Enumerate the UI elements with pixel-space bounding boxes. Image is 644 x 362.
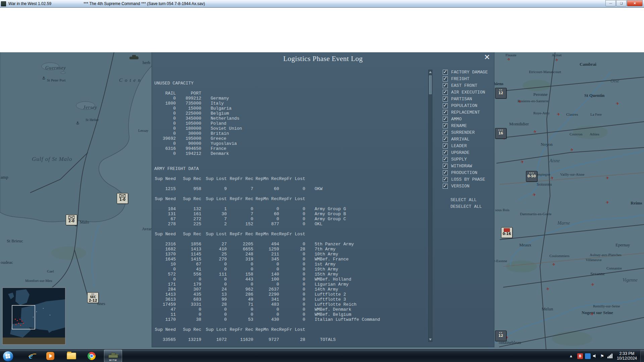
filter-checkbox-surrender[interactable] bbox=[443, 130, 448, 135]
map-label-amp: amp bbox=[1, 175, 8, 180]
filter-checkbox-leader[interactable] bbox=[443, 143, 448, 148]
map-label-vigenne: Vigenne bbox=[623, 278, 638, 283]
filter-checkbox-east-front[interactable] bbox=[443, 83, 448, 88]
filter-row-population: POPULATION bbox=[443, 102, 488, 109]
scrollbar-up-arrow[interactable] bbox=[429, 71, 432, 73]
unit-counter-2-0[interactable]: 2-0 bbox=[66, 215, 77, 225]
log-line: 4700000WMBef. Denmark bbox=[154, 307, 380, 312]
map-label-montdidier: Montdidier bbox=[509, 121, 529, 127]
unit-counter-12[interactable]: xx12 bbox=[495, 330, 506, 341]
window-controls: — ❏ ✕ bbox=[605, 0, 644, 7]
show-hidden-icons-button[interactable]: ▲ bbox=[570, 354, 572, 358]
taskbar-explorer-button[interactable] bbox=[63, 350, 80, 362]
filter-label-production: PRODUCTION bbox=[451, 170, 477, 175]
filter-checkbox-production[interactable] bbox=[443, 170, 448, 175]
scrollbar-down-arrow[interactable] bbox=[429, 339, 432, 341]
log-line: 015000Bulgaria bbox=[154, 106, 380, 111]
start-button[interactable] bbox=[3, 351, 13, 362]
map-label-dammartin-en-goele: Dammartin-en-Goele bbox=[520, 212, 551, 216]
vehicle-sprite[interactable] bbox=[129, 54, 140, 59]
taskbar-media-player-button[interactable] bbox=[42, 350, 59, 362]
filter-row-partisan: PARTISAN bbox=[443, 96, 488, 102]
volume-icon[interactable] bbox=[593, 354, 597, 358]
unit-counter-0-50[interactable]: xxx0-50 bbox=[526, 171, 537, 182]
filter-checkbox-freight[interactable] bbox=[443, 76, 448, 81]
filter-checkbox-loss-by-phase[interactable] bbox=[443, 177, 448, 182]
filter-checkbox-rename[interactable] bbox=[443, 123, 448, 128]
filter-row-ammo: AMMO bbox=[443, 116, 488, 122]
window-subtitle: *** The 4th Supreme Command *** (Save tu… bbox=[84, 1, 205, 6]
taskbar-clock[interactable]: 2:33 PM 10/12/2024 bbox=[617, 351, 637, 361]
network-signal-icon[interactable] bbox=[607, 354, 613, 358]
log-line bbox=[154, 161, 380, 166]
unit-counter-1-0[interactable]: 1-0 bbox=[117, 193, 128, 204]
map-label-sezanne: Sezanne bbox=[590, 271, 605, 277]
dialog-close-button[interactable]: ✕ bbox=[482, 53, 492, 62]
close-window-button[interactable]: ✕ bbox=[627, 0, 643, 6]
log-line: 0105000Poland bbox=[154, 121, 380, 126]
unit-counter-2-12[interactable]: IIISEC2-12 bbox=[87, 292, 99, 303]
filter-checkbox-withdraw[interactable] bbox=[443, 164, 448, 169]
map-label-gael: Gael bbox=[47, 269, 54, 273]
log-line: 0194212Denmark bbox=[154, 151, 380, 156]
filter-checkbox-air-execution[interactable] bbox=[443, 90, 448, 95]
scrollbar-thumb[interactable] bbox=[429, 75, 432, 94]
map-label-st-helier: St Helier bbox=[86, 118, 99, 122]
log-line: 106700001st Army bbox=[154, 262, 380, 267]
log-line: RAILPORT bbox=[154, 91, 380, 96]
taskbar-witw-button[interactable]: WITW bbox=[104, 350, 122, 362]
map-label-oise: Oise bbox=[610, 78, 619, 84]
log-line: 27822521528770OKL bbox=[154, 222, 380, 227]
filter-label-factory-damage: FACTORY DAMAGE bbox=[451, 70, 488, 75]
minimap[interactable] bbox=[2, 287, 66, 345]
taskbar-ie-button[interactable]: e bbox=[22, 350, 40, 362]
clock-time: 2:33 PM bbox=[620, 351, 635, 356]
filter-label-replacement: REPLACEMENT bbox=[451, 110, 480, 115]
tray-icon-blue[interactable] bbox=[585, 353, 591, 359]
map-label-roye-amy: Roye-Amy bbox=[533, 111, 550, 115]
map-label-coten: Coten bbox=[119, 77, 143, 83]
filter-row-air-execution: AIR EXECUTION bbox=[443, 89, 488, 96]
select-all-link[interactable]: SELECT ALL bbox=[450, 197, 477, 202]
port-anchor-icon: ⚓ bbox=[76, 121, 79, 125]
unit-counter-12[interactable]: xx12 bbox=[495, 88, 506, 99]
filter-checkbox-upgrade[interactable] bbox=[443, 150, 448, 155]
filter-checkbox-ammo[interactable] bbox=[443, 117, 448, 122]
log-line bbox=[154, 332, 380, 337]
deselect-all-link[interactable]: DESELECT ALL bbox=[450, 204, 482, 209]
logistics-event-log-dialog: Logistics Phase Event Log ✕ UNUSED CAPAC… bbox=[152, 51, 494, 347]
minimize-button[interactable]: — bbox=[605, 0, 616, 6]
filter-checkbox-factory-damage[interactable] bbox=[443, 70, 448, 75]
map-label-gulf-of-st-malo: Gulf of St Malo bbox=[32, 156, 72, 163]
filter-checkbox-partisan[interactable] bbox=[443, 97, 448, 102]
map-label-meaux: Meaux bbox=[519, 242, 531, 248]
app-icon bbox=[1, 1, 6, 6]
filter-label-supply: SUPPLY bbox=[451, 157, 467, 162]
taskbar-chrome-button[interactable] bbox=[83, 350, 100, 362]
map-label-athies: Athies bbox=[590, 132, 599, 136]
log-line: 6316994650France bbox=[154, 146, 380, 151]
filter-label-leader: LEADER bbox=[451, 143, 467, 148]
filter-checkbox-arrival[interactable] bbox=[443, 137, 448, 142]
show-desktop-button[interactable] bbox=[640, 350, 644, 362]
unit-counter-0-16[interactable]: 0-16 bbox=[501, 227, 513, 238]
map-label-st-brieuc: St Brieuc bbox=[7, 238, 23, 244]
log-line: 0225000Belgium bbox=[154, 111, 380, 116]
filter-checkbox-population[interactable] bbox=[443, 103, 448, 108]
unit-counter-16[interactable]: xxx16 bbox=[495, 128, 506, 139]
action-center-flag-icon[interactable]: ⚑ bbox=[599, 353, 605, 359]
log-line: 1711790000Ligurian Army bbox=[154, 282, 380, 287]
filter-checkbox-version[interactable] bbox=[443, 184, 448, 189]
scrollbar[interactable] bbox=[428, 70, 432, 342]
map-label-avran: Avran bbox=[142, 226, 153, 232]
tray-icon-red[interactable]: B bbox=[577, 353, 583, 359]
filter-checkbox-supply[interactable] bbox=[443, 157, 448, 162]
filter-checkbox-replacement[interactable] bbox=[443, 110, 448, 115]
maximize-button[interactable]: ❏ bbox=[616, 0, 627, 6]
map-label-connantre: Connantre bbox=[606, 266, 622, 270]
log-line: 0004431000WMBef. Holland bbox=[154, 277, 380, 282]
log-line: 0345000Netherlands bbox=[154, 116, 380, 121]
log-line: 39692195000Greece bbox=[154, 136, 380, 141]
map-label-reims: Reims bbox=[631, 200, 642, 206]
log-line: 121595897600OKW bbox=[154, 186, 380, 191]
